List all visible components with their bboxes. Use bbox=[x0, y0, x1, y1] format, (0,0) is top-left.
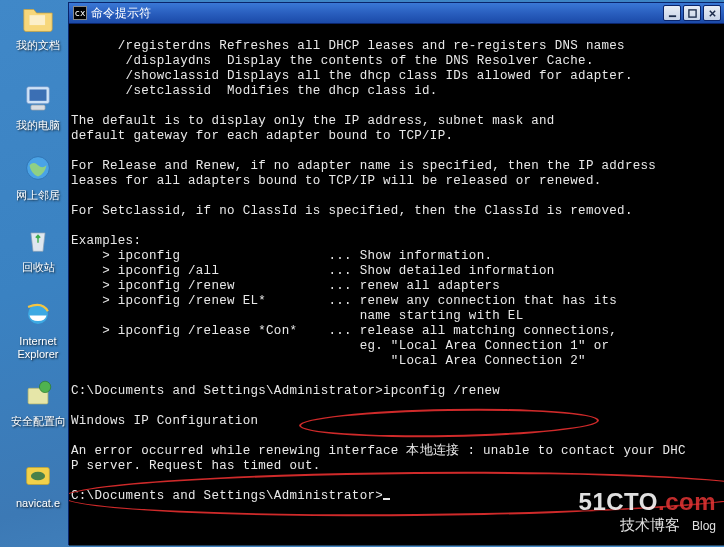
output-line: For Setclassid, if no ClassId is specifi… bbox=[71, 204, 633, 218]
error-line: An error occurred while renewing interfa… bbox=[71, 444, 686, 458]
svg-rect-9 bbox=[668, 15, 675, 17]
ie-icon bbox=[20, 296, 56, 332]
svg-point-6 bbox=[39, 381, 50, 392]
icon-label: 网上邻居 bbox=[16, 189, 60, 201]
folder-icon bbox=[20, 0, 56, 36]
command-prompt-window: cx 命令提示符 /registerdns Refreshes all DHCP… bbox=[68, 2, 724, 545]
output-line: default gateway for each adapter bound t… bbox=[71, 129, 453, 143]
output-line: > ipconfig /all ... Show detailed inform… bbox=[71, 264, 555, 278]
icon-label: 回收站 bbox=[22, 261, 55, 273]
output-line: /setclassid Modifies the dhcp class id. bbox=[71, 84, 438, 98]
output-line: Examples: bbox=[71, 234, 141, 248]
desktop-icon-my-documents[interactable]: 我的文档 bbox=[8, 0, 68, 52]
svg-rect-1 bbox=[30, 90, 47, 101]
desktop-icon-security-config[interactable]: 安全配置向 bbox=[8, 376, 68, 428]
window-title: 命令提示符 bbox=[91, 5, 663, 22]
minimize-button[interactable] bbox=[663, 5, 681, 21]
security-wizard-icon bbox=[20, 376, 56, 412]
desktop: 我的文档 我的电脑 网上邻居 回收站 Internet Explorer 安全配… bbox=[0, 0, 724, 547]
svg-point-8 bbox=[31, 472, 45, 481]
output-line: > ipconfig /renew EL* ... renew any conn… bbox=[71, 294, 617, 308]
desktop-icon-internet-explorer[interactable]: Internet Explorer bbox=[8, 296, 68, 361]
desktop-icon-network-places[interactable]: 网上邻居 bbox=[8, 150, 68, 202]
annotation-circle-command bbox=[299, 406, 599, 439]
output-line: "Local Area Connection 2" bbox=[71, 354, 586, 368]
desktop-icon-recycle-bin[interactable]: 回收站 bbox=[8, 222, 68, 274]
svg-rect-2 bbox=[31, 105, 45, 110]
prompt-line-2: C:\Documents and Settings\Administrator> bbox=[71, 489, 390, 503]
error-line: P server. Request has timed out. bbox=[71, 459, 321, 473]
output-line: The default is to display only the IP ad… bbox=[71, 114, 555, 128]
output-line: For Release and Renew, if no adapter nam… bbox=[71, 159, 656, 173]
output-line: Windows IP Configuration bbox=[71, 414, 258, 428]
icon-label: 我的文档 bbox=[16, 39, 60, 51]
output-line: > ipconfig /renew ... renew all adapters bbox=[71, 279, 500, 293]
titlebar[interactable]: cx 命令提示符 bbox=[69, 3, 724, 24]
maximize-button[interactable] bbox=[683, 5, 701, 21]
network-icon bbox=[20, 150, 56, 186]
output-line: /registerdns Refreshes all DHCP leases a… bbox=[71, 39, 625, 53]
output-line: > ipconfig /release *Con* ... release al… bbox=[71, 324, 617, 338]
navicat-icon bbox=[20, 458, 56, 494]
output-line: leases for all adapters bound to TCP/IP … bbox=[71, 174, 601, 188]
icon-label: 我的电脑 bbox=[16, 119, 60, 131]
output-line: eg. "Local Area Connection 1" or bbox=[71, 339, 609, 353]
recycle-bin-icon bbox=[20, 222, 56, 258]
output-line: /showclassid Displays all the dhcp class… bbox=[71, 69, 633, 83]
output-line: /displaydns Display the contents of the … bbox=[71, 54, 594, 68]
desktop-icon-navicat[interactable]: navicat.e bbox=[8, 458, 68, 510]
cmd-icon: cx bbox=[73, 6, 87, 20]
icon-label: navicat.e bbox=[16, 497, 60, 509]
cursor bbox=[383, 498, 390, 500]
svg-rect-10 bbox=[688, 9, 695, 16]
output-line: > ipconfig ... Show information. bbox=[71, 249, 492, 263]
icon-label: Internet Explorer bbox=[18, 335, 59, 360]
computer-icon bbox=[20, 80, 56, 116]
close-button[interactable] bbox=[703, 5, 721, 21]
terminal-output[interactable]: /registerdns Refreshes all DHCP leases a… bbox=[69, 24, 724, 545]
output-line: name starting with EL bbox=[71, 309, 523, 323]
prompt-line-1: C:\Documents and Settings\Administrator>… bbox=[71, 384, 500, 398]
icon-label: 安全配置向 bbox=[11, 415, 66, 427]
desktop-icon-my-computer[interactable]: 我的电脑 bbox=[8, 80, 68, 132]
